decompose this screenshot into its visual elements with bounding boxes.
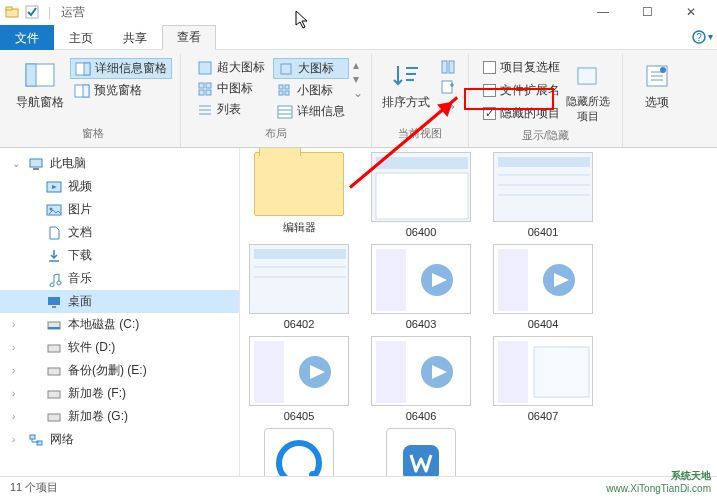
sort-button[interactable]: 排序方式: [380, 58, 432, 113]
nav-desktop[interactable]: 桌面: [0, 290, 239, 313]
item-qq-browser[interactable]: QQ浏览器: [244, 428, 354, 476]
nav-disk-e[interactable]: ›备份(勿删) (E:): [0, 359, 239, 382]
music-icon: [46, 271, 62, 287]
qq-icon: [264, 428, 334, 476]
item-06403[interactable]: 06403: [366, 244, 476, 330]
tab-view[interactable]: 查看: [162, 25, 216, 50]
layout-scroll-up[interactable]: ▴: [353, 58, 363, 72]
svg-rect-12: [199, 83, 204, 88]
nav-videos[interactable]: 视频: [0, 175, 239, 198]
svg-rect-43: [48, 297, 60, 305]
xl-icon: [197, 60, 213, 76]
svg-rect-31: [449, 61, 454, 73]
image-thumb: [249, 336, 349, 406]
item-06405[interactable]: 06405: [244, 336, 354, 422]
item-06404[interactable]: 06404: [488, 244, 598, 330]
preview-pane-button[interactable]: 预览窗格: [70, 81, 172, 100]
item-draw[interactable]: 绘图1: [366, 428, 476, 476]
nav-disk-f[interactable]: ›新加卷 (F:): [0, 382, 239, 405]
close-button[interactable]: ✕: [669, 0, 713, 24]
watermark: 系统天地 www.XiTongTianDi.com: [606, 469, 711, 494]
nav-music[interactable]: 音乐: [0, 267, 239, 290]
detail-pane-button[interactable]: 详细信息窗格: [70, 58, 172, 79]
network-icon: [28, 432, 44, 448]
nav-network[interactable]: ›网络: [0, 428, 239, 451]
item-06401[interactable]: 06401: [488, 152, 598, 238]
minimize-button[interactable]: —: [581, 0, 625, 24]
nav-pane[interactable]: ⌄此电脑 视频 图片 文档 下载 音乐 桌面 ›本地磁盘 (C:) ›软件 (D…: [0, 148, 240, 476]
nav-disk-g[interactable]: ›新加卷 (G:): [0, 405, 239, 428]
item-folder[interactable]: 编辑器: [244, 152, 354, 238]
layout-details[interactable]: 详细信息: [273, 102, 349, 121]
layout-list[interactable]: 列表: [193, 100, 269, 119]
svg-rect-32: [442, 81, 452, 93]
md-icon: [197, 81, 213, 97]
nav-documents[interactable]: 文档: [0, 221, 239, 244]
content-area[interactable]: 编辑器 06400 06401 06402 06403 06404 06405 …: [240, 148, 717, 476]
options-button[interactable]: 选项: [631, 58, 683, 113]
nav-pane-icon: [24, 60, 56, 92]
svg-rect-48: [48, 368, 60, 375]
group-show-hide-label: 显示/隐藏: [522, 126, 569, 147]
image-thumb: [249, 244, 349, 314]
folder-icon: [254, 152, 344, 216]
ribbon: 导航窗格 详细信息窗格 预览窗格 窗格 超大图标 中图标 列表: [0, 50, 717, 148]
qa-check-icon[interactable]: [24, 4, 40, 20]
layout-md[interactable]: 中图标: [193, 79, 269, 98]
hide-icon: [572, 60, 604, 92]
file-ext-toggle[interactable]: 文件扩展名: [481, 81, 562, 100]
disk-icon: [46, 340, 62, 356]
lg-icon: [278, 61, 294, 77]
svg-point-41: [50, 207, 53, 210]
svg-rect-6: [26, 64, 36, 86]
nav-pictures[interactable]: 图片: [0, 198, 239, 221]
layout-expand[interactable]: ⌄: [353, 86, 363, 100]
group-by-button[interactable]: [436, 58, 460, 76]
nav-disk-d[interactable]: ›软件 (D:): [0, 336, 239, 359]
help-button[interactable]: ? ▾: [687, 24, 717, 49]
tab-file[interactable]: 文件: [0, 25, 54, 50]
detail-pane-icon: [75, 61, 91, 77]
svg-rect-38: [33, 168, 39, 170]
layout-lg[interactable]: 大图标: [273, 58, 349, 79]
svg-point-36: [660, 67, 666, 73]
tab-home[interactable]: 主页: [54, 25, 108, 50]
item-06407[interactable]: 06407: [488, 336, 598, 422]
window-title: 运营: [61, 4, 85, 21]
svg-text:?: ?: [696, 32, 702, 43]
layout-sm[interactable]: 小图标: [273, 81, 349, 100]
sm-icon: [277, 83, 293, 99]
nav-disk-c[interactable]: ›本地磁盘 (C:): [0, 313, 239, 336]
maximize-button[interactable]: ☐: [625, 0, 669, 24]
svg-rect-23: [285, 91, 289, 95]
size-columns-icon: [440, 99, 456, 115]
item-06406[interactable]: 06406: [366, 336, 476, 422]
group-layout: 超大图标 中图标 列表 大图标 小图标 详细信息 ▴ ▾ ⌄ 布局: [180, 54, 371, 147]
image-thumb: [493, 244, 593, 314]
svg-rect-74: [254, 341, 284, 403]
item-06400[interactable]: 06400: [366, 152, 476, 238]
nav-downloads[interactable]: 下载: [0, 244, 239, 267]
tab-share[interactable]: 共享: [108, 25, 162, 50]
item-06402[interactable]: 06402: [244, 244, 354, 330]
layout-xl[interactable]: 超大图标: [193, 58, 269, 77]
nav-pane-button[interactable]: 导航窗格: [14, 58, 66, 113]
svg-rect-62: [254, 249, 346, 259]
group-panes: 导航窗格 详细信息窗格 预览窗格 窗格: [6, 54, 180, 147]
tabs-row: 文件 主页 共享 查看 ? ▾: [0, 24, 717, 50]
hidden-items-toggle[interactable]: 隐藏的项目: [481, 104, 562, 123]
layout-scroll-down[interactable]: ▾: [353, 72, 363, 86]
add-columns-button[interactable]: [436, 78, 460, 96]
image-thumb: [371, 336, 471, 406]
nav-this-pc[interactable]: ⌄此电脑: [0, 152, 239, 175]
group-by-icon: [440, 59, 456, 75]
sort-icon: [390, 60, 422, 92]
group-current-view: 排序方式 当前视图: [371, 54, 468, 147]
group-panes-label: 窗格: [82, 124, 104, 145]
item-checkboxes-toggle[interactable]: 项目复选框: [481, 58, 562, 77]
size-columns-button[interactable]: [436, 98, 460, 116]
wps-icon: [386, 428, 456, 476]
download-icon: [46, 248, 62, 264]
svg-rect-55: [376, 173, 468, 219]
hide-selected-button[interactable]: 隐藏所选项目: [562, 58, 614, 126]
